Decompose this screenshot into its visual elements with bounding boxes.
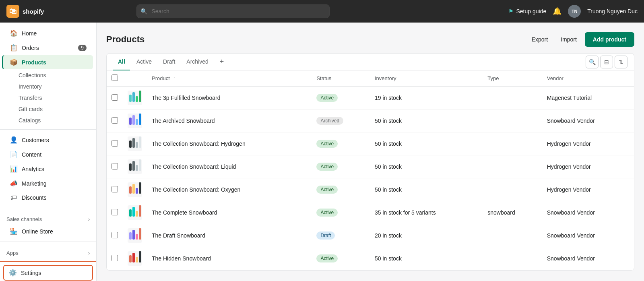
type-header: Type xyxy=(483,70,542,87)
inventory-header: Inventory xyxy=(370,70,483,87)
sidebar-item-collections[interactable]: Collections xyxy=(19,70,96,81)
product-column-label: Product xyxy=(152,75,170,81)
tab-actions: 🔍 ⊟ ⇅ xyxy=(586,56,627,68)
product-name[interactable]: The Archived Snowboard xyxy=(152,118,215,124)
row-checkbox-cell xyxy=(107,87,123,110)
sidebar-item-analytics[interactable]: 📊 Analytics xyxy=(3,162,93,176)
select-all-header xyxy=(107,70,123,87)
header-actions: Export Import Add product xyxy=(527,32,634,47)
tabs-row: All Active Draft Archived + 🔍 ⊟ ⇅ xyxy=(107,54,634,70)
sidebar-item-catalogs[interactable]: Catalogs xyxy=(19,115,96,126)
product-name-cell: The Hidden Snowboard xyxy=(147,247,312,270)
orders-icon: 📋 xyxy=(10,44,18,52)
product-type-cell xyxy=(483,110,542,132)
sidebar-nav: 🏠 Home 📋 Orders 9 📦 Products Collections… xyxy=(0,23,96,261)
row-checkbox[interactable] xyxy=(111,186,118,192)
sidebar-item-label: Content xyxy=(22,151,41,158)
sidebar-item-home[interactable]: 🏠 Home xyxy=(3,26,93,40)
sidebar-item-inventory[interactable]: Inventory xyxy=(19,81,96,92)
add-product-button[interactable]: Add product xyxy=(585,32,634,47)
setup-guide-button[interactable]: ⚑ Setup guide xyxy=(508,8,546,14)
tab-all[interactable]: All xyxy=(113,54,130,70)
sidebar-item-label: Home xyxy=(22,30,37,37)
layout: 🏠 Home 📋 Orders 9 📦 Products Collections… xyxy=(0,23,644,281)
sidebar-item-orders[interactable]: 📋 Orders 9 xyxy=(3,41,93,55)
product-name[interactable]: The Draft Snowboard xyxy=(152,232,205,239)
product-thumbnail xyxy=(128,91,142,105)
product-name[interactable]: The Collection Snowboard: Hydrogen xyxy=(152,140,246,147)
row-checkbox[interactable] xyxy=(111,209,118,215)
sidebar-item-gift-cards[interactable]: Gift cards xyxy=(19,103,96,115)
analytics-icon: 📊 xyxy=(10,165,18,173)
sort-button[interactable]: ⇅ xyxy=(615,56,627,68)
product-status-cell: Active xyxy=(312,132,370,155)
product-thumbnail xyxy=(128,251,142,266)
row-checkbox[interactable] xyxy=(111,94,118,101)
settings-item[interactable]: ⚙️ Settings xyxy=(3,265,93,281)
table-row: The Collection Snowboard: Hydrogen Activ… xyxy=(107,132,634,155)
row-checkbox[interactable] xyxy=(111,163,118,169)
product-name[interactable]: The Collection Snowboard: Liquid xyxy=(152,163,236,170)
tab-draft[interactable]: Draft xyxy=(158,54,180,70)
topbar-right: ⚑ Setup guide 🔔 TN Truong Nguyen Duc xyxy=(508,5,638,18)
search-filter-button[interactable]: 🔍 xyxy=(586,56,599,68)
sidebar-item-marketing[interactable]: 📣 Marketing xyxy=(3,176,93,190)
product-thumb-cell xyxy=(123,224,147,247)
import-button[interactable]: Import xyxy=(556,33,582,46)
product-inventory-cell: 50 in stock xyxy=(370,178,483,201)
sidebar-item-label: Products xyxy=(22,59,46,66)
discounts-icon: 🏷 xyxy=(10,194,18,201)
product-status-cell: Active xyxy=(312,178,370,201)
status-badge: Active xyxy=(316,209,338,217)
sidebar-item-content[interactable]: 📄 Content xyxy=(3,147,93,161)
tab-archived[interactable]: Archived xyxy=(182,54,213,70)
product-status-cell: Active xyxy=(312,247,370,270)
sidebar-item-discounts[interactable]: 🏷 Discounts xyxy=(3,191,93,205)
logo[interactable]: 🛍 shopify xyxy=(6,5,44,18)
product-vendor-cell: Snowboard Vendor xyxy=(542,247,634,270)
settings-icon: ⚙️ xyxy=(9,269,17,277)
product-vendor-cell: Snowboard Vendor xyxy=(542,201,634,224)
sidebar-item-customers[interactable]: 👤 Customers xyxy=(3,133,93,147)
product-vendor-cell: Hydrogen Vendor xyxy=(542,178,634,201)
product-header[interactable]: Product ↑ xyxy=(147,70,312,87)
status-header: Status xyxy=(312,70,370,87)
search-icon: 🔍 xyxy=(589,59,596,65)
sidebar-item-online-store[interactable]: 🏪 Online Store xyxy=(3,224,93,238)
product-thumbnail xyxy=(128,228,142,243)
products-card: All Active Draft Archived + 🔍 ⊟ ⇅ xyxy=(106,53,634,271)
content-icon: 📄 xyxy=(10,151,18,158)
sidebar-item-transfers[interactable]: Transfers xyxy=(19,92,96,103)
product-name[interactable]: The 3p Fulfilled Snowboard xyxy=(152,95,220,101)
product-name[interactable]: The Hidden Snowboard xyxy=(152,255,211,262)
row-checkbox[interactable] xyxy=(111,117,118,124)
notification-icon[interactable]: 🔔 xyxy=(553,7,561,16)
marketing-icon: 📣 xyxy=(10,180,18,187)
export-button[interactable]: Export xyxy=(527,33,553,46)
product-type-cell xyxy=(483,178,542,201)
sidebar-item-label: Customers xyxy=(22,137,49,143)
product-status-cell: Active xyxy=(312,201,370,224)
search-input[interactable] xyxy=(136,4,330,18)
page-header: Products Export Import Add product xyxy=(106,32,634,47)
product-status-cell: Active xyxy=(312,155,370,178)
product-thumbnail xyxy=(128,136,142,151)
chevron-right-icon: › xyxy=(88,250,90,256)
add-tab-button[interactable]: + xyxy=(217,54,227,69)
product-name[interactable]: The Collection Snowboard: Oxygen xyxy=(152,186,240,193)
row-checkbox[interactable] xyxy=(111,232,118,238)
apps-section[interactable]: Apps › xyxy=(0,245,96,258)
tab-active[interactable]: Active xyxy=(132,54,157,70)
filter-button[interactable]: ⊟ xyxy=(600,56,613,68)
setup-guide-label: Setup guide xyxy=(516,8,546,14)
row-checkbox[interactable] xyxy=(111,140,118,147)
product-thumb-cell xyxy=(123,178,147,201)
product-name[interactable]: The Complete Snowboard xyxy=(152,209,217,216)
sidebar-item-products[interactable]: 📦 Products xyxy=(2,55,93,69)
row-checkbox[interactable] xyxy=(111,255,118,261)
select-all-checkbox[interactable] xyxy=(111,74,118,81)
page-title: Products xyxy=(106,34,527,45)
sales-channels-section[interactable]: Sales channels › xyxy=(0,211,96,224)
flag-icon: ⚑ xyxy=(508,8,514,14)
product-thumb-cell xyxy=(123,132,147,155)
